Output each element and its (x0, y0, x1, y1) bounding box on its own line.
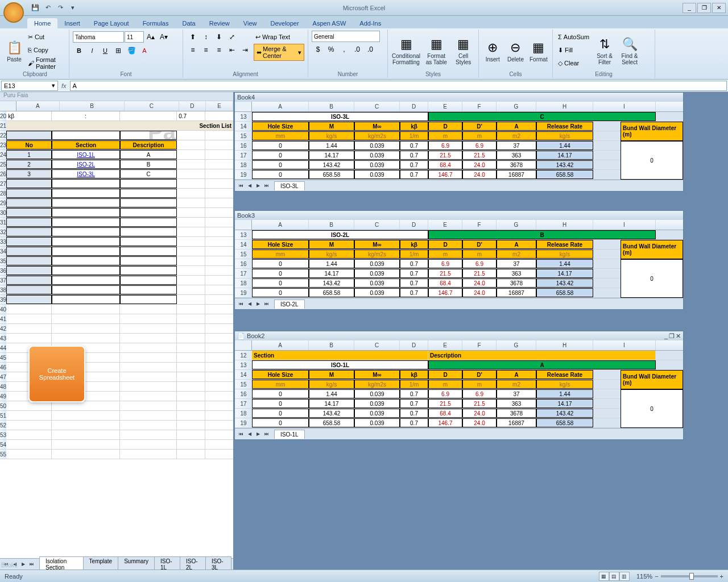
tab-last-button[interactable]: ⏭ (263, 300, 271, 308)
col-header[interactable]: D (400, 102, 428, 111)
cell[interactable] (205, 285, 233, 294)
border-button[interactable]: ⊞ (112, 44, 125, 57)
cell[interactable]: m (428, 250, 462, 259)
cell[interactable] (6, 208, 52, 217)
tab-first-button[interactable]: ⏮ (237, 182, 245, 190)
cell[interactable] (120, 276, 177, 285)
cell[interactable] (205, 111, 233, 120)
cell[interactable] (120, 324, 177, 333)
ribbon-tab-developer[interactable]: Developer (263, 18, 305, 28)
cell[interactable] (52, 266, 120, 275)
cell[interactable] (177, 160, 205, 169)
row-header[interactable]: 23 (0, 140, 6, 150)
cell[interactable] (52, 256, 120, 265)
cell[interactable] (6, 305, 52, 314)
cell[interactable]: 658.58 (309, 288, 354, 297)
cell[interactable] (205, 343, 233, 352)
cell[interactable]: 0.7 (400, 151, 428, 160)
cell[interactable]: 21.5 (428, 151, 462, 160)
cell[interactable]: No (6, 140, 52, 149)
cell[interactable] (177, 411, 205, 420)
cell[interactable] (120, 247, 177, 256)
cell[interactable]: 24.0 (462, 170, 497, 179)
cell[interactable]: 0.039 (354, 170, 400, 179)
cell[interactable]: 0.039 (354, 151, 400, 160)
tab-first-button[interactable]: ⏮ (237, 300, 245, 308)
cell[interactable] (120, 430, 177, 439)
cell[interactable]: 24.0 (462, 418, 497, 427)
col-header[interactable]: F (462, 340, 497, 350)
row-header[interactable]: 46 (0, 363, 6, 372)
row-header[interactable]: 36 (0, 266, 6, 276)
cell[interactable]: 6.9 (462, 259, 497, 268)
cell[interactable] (177, 218, 205, 227)
cell[interactable] (120, 372, 177, 381)
ribbon-tab-data[interactable]: Data (175, 18, 202, 28)
cell[interactable]: M∞ (354, 370, 400, 379)
increase-decimal-button[interactable]: .0 (351, 43, 363, 56)
cell[interactable] (52, 285, 120, 294)
bund-wall-cell[interactable]: 0 (621, 389, 683, 428)
row-header[interactable]: 47 (0, 372, 6, 382)
fill-color-button[interactable]: 🪣 (125, 44, 138, 57)
cell[interactable]: 0.7 (400, 399, 428, 408)
cell[interactable] (6, 401, 52, 410)
cell[interactable]: 0.7 (400, 409, 428, 418)
cell[interactable] (177, 266, 205, 275)
bold-button[interactable]: B (73, 44, 85, 57)
cell[interactable]: 16887 (497, 170, 536, 179)
row-header[interactable]: 14 (235, 370, 252, 380)
cell[interactable] (52, 450, 120, 459)
align-center-button[interactable]: ≡ (200, 44, 212, 56)
cell[interactable] (52, 237, 120, 246)
delete-cells-button[interactable]: ⊖Delete (505, 31, 526, 70)
row-header[interactable]: 16 (235, 259, 252, 269)
child-max-button[interactable]: ❐ (669, 332, 675, 340)
wrap-text-button[interactable]: ↩Wrap Text (254, 31, 304, 43)
cell[interactable] (120, 189, 177, 198)
cell[interactable]: 0.039 (354, 278, 400, 288)
col-header[interactable]: G (497, 340, 536, 350)
child-titlebar[interactable]: 📄 Book2_❐✕ (235, 331, 683, 340)
cell[interactable]: 143.42 (536, 160, 593, 169)
col-header[interactable]: B (60, 101, 125, 111)
number-format-combo[interactable] (312, 31, 380, 42)
row-header[interactable]: 39 (0, 295, 6, 305)
cell[interactable]: Release Rate (536, 122, 593, 131)
row-header[interactable]: 53 (0, 430, 6, 440)
cell[interactable] (205, 160, 233, 169)
row-header[interactable]: 15 (235, 250, 252, 259)
cell[interactable] (52, 208, 120, 217)
cell[interactable] (205, 401, 233, 410)
tab-last-button[interactable]: ⏭ (28, 560, 36, 568)
row-header[interactable]: 18 (235, 409, 252, 418)
row-header[interactable]: 17 (235, 269, 252, 278)
tab-prev-button[interactable]: ◀ (246, 182, 254, 190)
col-header[interactable]: A (252, 102, 309, 111)
col-header[interactable]: I (593, 102, 656, 111)
ribbon-tab-insert[interactable]: Insert (57, 18, 87, 28)
cell[interactable]: 21.5 (428, 269, 462, 278)
row-header[interactable]: 38 (0, 285, 6, 295)
cell[interactable] (205, 382, 233, 391)
col-header[interactable]: G (497, 102, 536, 111)
cell[interactable]: 0.7 (400, 269, 428, 278)
row-header[interactable]: 37 (0, 276, 6, 285)
ribbon-tab-review[interactable]: Review (202, 18, 237, 28)
cell[interactable] (205, 363, 233, 372)
cell[interactable] (205, 372, 233, 381)
cell[interactable]: m (428, 131, 462, 140)
cell[interactable]: 21.5 (462, 151, 497, 160)
row-header[interactable]: 12 (235, 351, 252, 360)
cell[interactable] (205, 218, 233, 227)
cell[interactable] (52, 227, 120, 236)
cell[interactable] (6, 266, 52, 275)
cell[interactable]: 1 (6, 150, 52, 159)
cell[interactable] (6, 324, 52, 333)
align-middle-button[interactable]: ↕ (200, 31, 212, 43)
cell[interactable] (177, 305, 205, 314)
row-header[interactable]: 17 (235, 399, 252, 409)
col-header[interactable]: B (309, 102, 354, 111)
cell[interactable]: 3678 (497, 160, 536, 169)
cell[interactable] (52, 247, 120, 256)
